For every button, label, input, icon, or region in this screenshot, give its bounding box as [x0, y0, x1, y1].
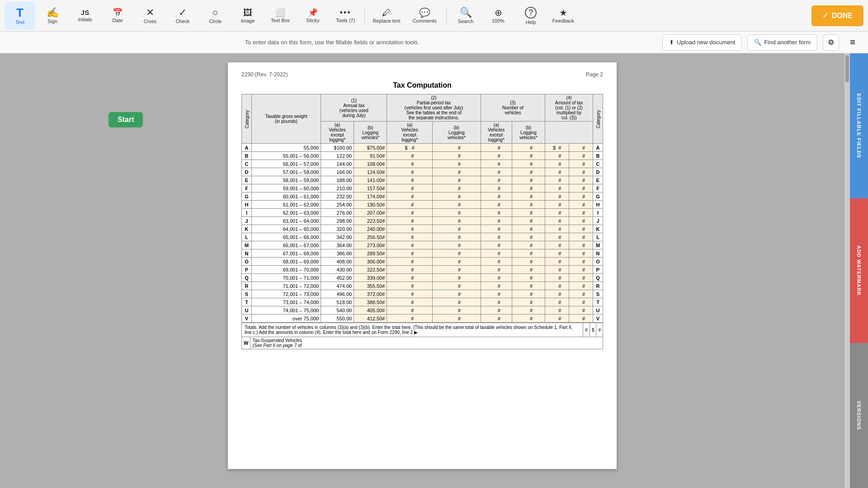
row-col4a[interactable]: # — [545, 290, 569, 298]
row-col3b[interactable]: # — [512, 160, 545, 168]
row-col3b[interactable]: # — [512, 241, 545, 249]
row-col4a[interactable]: # — [545, 201, 569, 209]
add-watermark-panel[interactable]: ADD WATERMARK — [850, 198, 868, 343]
row-col1b[interactable]: 289.50# — [354, 249, 387, 258]
tool-circle[interactable]: ○ Circle — [200, 2, 231, 30]
row-col3b[interactable]: # — [512, 184, 545, 192]
row-col4b[interactable]: # — [569, 225, 593, 233]
row-col2b[interactable]: # — [433, 201, 481, 209]
row-col3a[interactable]: # — [481, 160, 512, 168]
row-col2b[interactable]: # — [433, 184, 481, 192]
row-col1b[interactable]: 108.00# — [354, 160, 387, 168]
row-col2a[interactable]: # — [387, 225, 433, 233]
row-col3a[interactable]: # — [481, 282, 512, 290]
row-col2b[interactable]: # — [433, 266, 481, 274]
row-col4b[interactable]: # — [569, 209, 593, 217]
row-col3a[interactable]: # — [481, 241, 512, 249]
menu-button[interactable]: ≡ — [844, 34, 861, 51]
row-col2b[interactable]: # — [433, 249, 481, 258]
tool-text[interactable]: T Text — [5, 2, 35, 30]
row-col3b[interactable]: # — [512, 274, 545, 282]
row-col3a[interactable]: # — [481, 314, 512, 323]
row-col1b[interactable]: 355.50# — [354, 282, 387, 290]
tool-comments[interactable]: 💬 Comments — [406, 2, 443, 30]
row-col3b[interactable]: # — [512, 176, 545, 184]
row-col4a[interactable]: # — [545, 160, 569, 168]
row-col1b[interactable]: 306.00# — [354, 258, 387, 266]
row-col2b[interactable]: # — [433, 152, 481, 160]
row-col1b[interactable]: 372.00# — [354, 290, 387, 298]
row-col2b[interactable]: # — [433, 258, 481, 266]
row-col1b[interactable]: 388.50# — [354, 298, 387, 306]
row-col2b[interactable]: # — [433, 282, 481, 290]
totals-col3a[interactable]: # — [583, 323, 590, 337]
row-col1b[interactable]: $75.00# — [354, 144, 387, 152]
tool-tools[interactable]: ••• Tools (7) — [330, 2, 361, 30]
row-col4a[interactable]: # — [545, 314, 569, 323]
row-col4b[interactable]: # — [569, 249, 593, 258]
tool-search[interactable]: 🔍 Search — [450, 2, 481, 30]
row-col4b[interactable]: # — [569, 258, 593, 266]
tool-image[interactable]: 🖼 Image — [232, 2, 263, 30]
tool-date[interactable]: 📅 Date — [102, 2, 133, 30]
tool-zoom[interactable]: ⊕ 100% — [483, 2, 514, 30]
row-col2b[interactable]: # — [433, 176, 481, 184]
row-col4b[interactable]: # — [569, 290, 593, 298]
row-col4b[interactable]: # — [569, 298, 593, 306]
row-col4b[interactable]: # — [569, 168, 593, 176]
row-col4b[interactable]: # — [569, 266, 593, 274]
row-col2a[interactable]: # — [387, 209, 433, 217]
row-col3b[interactable]: # — [512, 298, 545, 306]
row-col4a[interactable]: # — [545, 306, 569, 314]
row-col2b[interactable]: # — [433, 209, 481, 217]
row-col4b[interactable]: # — [569, 306, 593, 314]
row-col4a[interactable]: # — [545, 298, 569, 306]
row-col2a[interactable]: # — [387, 298, 433, 306]
totals-col4[interactable]: # — [596, 323, 603, 337]
row-col2a[interactable]: # — [387, 258, 433, 266]
row-col3b[interactable]: # — [512, 192, 545, 201]
row-col2a[interactable]: # — [387, 160, 433, 168]
row-col2a[interactable]: # — [387, 314, 433, 323]
row-col3a[interactable]: # — [481, 192, 512, 201]
row-col2a[interactable]: # — [387, 306, 433, 314]
row-col3a[interactable]: # — [481, 274, 512, 282]
row-col2a[interactable]: # — [387, 282, 433, 290]
row-col4a[interactable]: # — [545, 249, 569, 258]
row-col3b[interactable]: # — [512, 168, 545, 176]
row-col2b[interactable]: # — [433, 225, 481, 233]
row-col2a[interactable]: # — [387, 233, 433, 241]
row-col3b[interactable]: # — [512, 290, 545, 298]
tool-check[interactable]: ✓ Check — [167, 2, 198, 30]
row-col1b[interactable]: 273.00# — [354, 241, 387, 249]
tool-textbox[interactable]: ⬜ Text Box — [265, 2, 296, 30]
row-col2b[interactable]: # — [433, 290, 481, 298]
row-col3a[interactable]: # — [481, 168, 512, 176]
row-col4a[interactable]: # — [545, 266, 569, 274]
row-col1b[interactable]: 124.50# — [354, 168, 387, 176]
row-col2a[interactable]: # — [387, 249, 433, 258]
row-col3a[interactable]: # — [481, 209, 512, 217]
row-col2a[interactable]: # — [387, 192, 433, 201]
row-col4b[interactable]: # — [569, 282, 593, 290]
row-col4b[interactable]: # — [569, 217, 593, 225]
row-col1b[interactable]: 157.50# — [354, 184, 387, 192]
row-col1b[interactable]: 339.00# — [354, 274, 387, 282]
row-col4a[interactable]: # — [545, 233, 569, 241]
row-col4b[interactable]: # — [569, 274, 593, 282]
row-col3a[interactable]: # — [481, 249, 512, 258]
scrollbar-thumb[interactable] — [845, 55, 849, 82]
row-col4a[interactable]: # — [545, 274, 569, 282]
row-col1b[interactable]: 240.00# — [354, 225, 387, 233]
document-area[interactable]: Start 2290 (Rev. 7-2022) Page 2 Tax Comp… — [0, 53, 844, 488]
row-col4a[interactable]: # — [545, 225, 569, 233]
row-col3a[interactable]: # — [481, 217, 512, 225]
row-col3b[interactable]: # — [512, 282, 545, 290]
row-col2b[interactable]: # — [433, 168, 481, 176]
edit-fillable-panel[interactable]: EDIT FILLABLE FIELDS — [850, 53, 868, 198]
row-col2b[interactable]: # — [433, 160, 481, 168]
row-col3a[interactable]: # — [481, 290, 512, 298]
row-col2a[interactable]: # — [387, 176, 433, 184]
row-col3b[interactable]: # — [512, 306, 545, 314]
row-col4a[interactable]: # — [545, 258, 569, 266]
